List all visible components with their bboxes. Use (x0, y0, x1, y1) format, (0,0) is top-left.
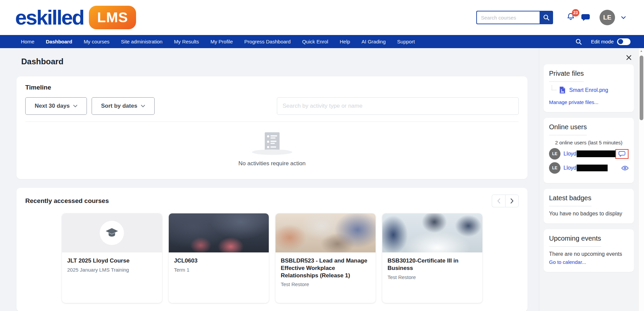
chevron-left-icon (497, 198, 501, 204)
upcoming-events-title: Upcoming events (549, 235, 601, 247)
nav-item-home[interactable]: Home (15, 39, 40, 44)
course-category: Term 1 (174, 267, 263, 273)
online-user-row: LE Lloyd (549, 162, 629, 174)
scrollbar[interactable]: ▲ (638, 48, 644, 311)
carousel-next-button[interactable] (505, 195, 519, 207)
timeline-sort-filter[interactable]: Sort by dates (92, 97, 155, 115)
search-icon (575, 38, 582, 45)
content-row: Dashboard Timeline Next 30 days Sort by … (0, 48, 644, 311)
course-title: JLT 2025 Lloyd Course (67, 257, 157, 265)
course-body: BSBLDR523 - Lead and Manage Effective Wo… (276, 252, 376, 303)
course-category: Test Restore (281, 281, 370, 287)
online-users-count: 2 online users (last 5 minutes) (549, 140, 629, 145)
online-user-name-link[interactable]: Lloyd (564, 165, 576, 171)
chevron-right-icon (510, 198, 514, 204)
private-file-link[interactable]: Smart Enrol.png (569, 87, 608, 93)
header-search-button[interactable] (540, 11, 553, 24)
close-icon (626, 55, 632, 60)
latest-badges-title: Latest badges (549, 194, 591, 206)
header-actions: 23 LE (476, 10, 635, 25)
user-avatar[interactable]: LE (549, 148, 560, 160)
header-search (476, 11, 553, 24)
nav-item-site-administration[interactable]: Site administration (115, 39, 168, 44)
nav-item-help[interactable]: Help (334, 39, 356, 44)
nav-items: Home Dashboard My courses Site administr… (15, 39, 421, 44)
chevron-down-icon (141, 105, 145, 107)
drawer-close-button[interactable] (626, 55, 632, 60)
timeline-empty-state: No activities require action (25, 122, 519, 169)
scrollbar-thumb[interactable] (640, 56, 643, 120)
course-image (382, 213, 482, 252)
nav-item-my-results[interactable]: My Results (168, 39, 204, 44)
user-menu-caret[interactable] (621, 16, 626, 19)
badges-empty-text: You have no badges to display (549, 211, 629, 217)
user-avatar[interactable]: LE (549, 162, 560, 174)
recently-accessed-title: Recently accessed courses (25, 197, 109, 205)
online-users-title: Online users (549, 123, 587, 135)
go-to-calendar-link[interactable]: Go to calendar... (549, 259, 586, 265)
chat-bubble-icon (581, 13, 590, 22)
redaction-bar (577, 165, 608, 171)
course-body: BSB30120-Certificate III in Business Tes… (382, 252, 482, 303)
notifications-button[interactable]: 23 (567, 12, 575, 23)
eskilled-lms-logo[interactable]: eskilled LMS (15, 6, 136, 29)
scrollbar-up-arrow[interactable]: ▲ (640, 49, 643, 53)
online-users-block: Online users 2 online users (last 5 minu… (544, 118, 634, 183)
course-card[interactable]: JLT 2025 Lloyd Course 2025 January LMS T… (62, 213, 162, 303)
course-image-placeholder (62, 213, 162, 252)
logo-wordmark: eskilled (15, 7, 84, 28)
course-title: JCL0603 (174, 257, 263, 265)
course-card-row: JLT 2025 Lloyd Course 2025 January LMS T… (25, 213, 519, 303)
manage-private-files-link[interactable]: Manage private files... (549, 99, 599, 105)
edit-mode-toggle[interactable] (617, 38, 631, 45)
logo-lms-badge: LMS (89, 6, 136, 29)
course-title: BSB30120-Certificate III in Business (388, 257, 477, 272)
timeline-search-input[interactable] (277, 97, 519, 115)
nav-item-dashboard[interactable]: Dashboard (40, 39, 78, 44)
course-category: 2025 January LMS Training (67, 267, 157, 273)
nav-item-support[interactable]: Support (391, 39, 421, 44)
course-card[interactable]: JCL0603 Term 1 (169, 213, 269, 303)
main-content: Dashboard Timeline Next 30 days Sort by … (0, 48, 539, 311)
graduation-cap-icon (105, 227, 119, 239)
sort-filter-label: Sort by dates (101, 103, 137, 109)
private-files-title: Private files (549, 70, 584, 82)
carousel-prev-button[interactable] (492, 195, 505, 207)
navbar-right: Edit mode (575, 38, 631, 45)
nav-item-my-profile[interactable]: My Profile (205, 39, 239, 44)
day-filter-label: Next 30 days (35, 103, 70, 109)
timeline-empty-text: No activities require action (238, 160, 305, 167)
latest-badges-block: Latest badges You have no badges to disp… (544, 189, 634, 223)
timeline-filters: Next 30 days Sort by dates (25, 97, 519, 122)
edit-mode-label: Edit mode (591, 39, 614, 44)
events-empty-text: There are no upcoming events (549, 251, 629, 257)
messages-button[interactable] (581, 13, 590, 22)
online-user-name-link[interactable]: Lloyd (564, 151, 576, 157)
chat-bubble-outline-icon (618, 151, 625, 157)
nav-item-my-courses[interactable]: My courses (78, 39, 115, 44)
user-avatar[interactable]: LE (600, 10, 615, 25)
timeline-title: Timeline (25, 84, 519, 91)
toggle-knob (618, 39, 623, 44)
view-user-button[interactable] (621, 166, 629, 171)
recently-accessed-block: Recently accessed courses (17, 188, 527, 311)
message-user-button-highlighted[interactable] (615, 149, 629, 159)
nav-item-quick-enrol[interactable]: Quick Enrol (296, 39, 334, 44)
header-search-input[interactable] (476, 11, 540, 24)
navbar-search-toggle[interactable] (575, 38, 582, 45)
notification-count-badge: 23 (572, 9, 579, 16)
online-user-row: LE Lloyd (549, 148, 629, 160)
timeline-day-filter[interactable]: Next 30 days (25, 97, 87, 115)
course-category: Test Restore (388, 274, 477, 280)
course-card[interactable]: BSB30120-Certificate III in Business Tes… (382, 213, 482, 303)
search-icon (543, 14, 550, 21)
course-body: JLT 2025 Lloyd Course 2025 January LMS T… (62, 252, 162, 303)
course-card[interactable]: BSBLDR523 - Lead and Manage Effective Wo… (276, 213, 376, 303)
page-title: Dashboard (21, 57, 527, 66)
nav-item-progress-dashboard[interactable]: Progress Dashboard (238, 39, 296, 44)
nav-item-ai-grading[interactable]: AI Grading (356, 39, 391, 44)
primary-navbar: Home Dashboard My courses Site administr… (0, 35, 644, 48)
recently-accessed-header: Recently accessed courses (25, 195, 519, 207)
course-title: BSBLDR523 - Lead and Manage Effective Wo… (281, 257, 370, 279)
private-files-block: Private files Smart Enrol.png Manage pri… (544, 64, 634, 112)
